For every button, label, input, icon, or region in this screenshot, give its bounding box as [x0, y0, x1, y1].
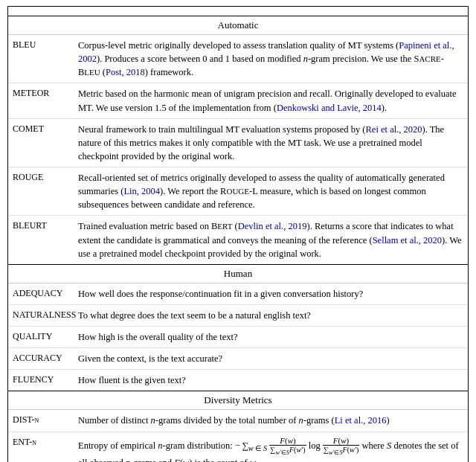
table-row: DIST-nNumber of distinct n-grams divided… [8, 410, 468, 431]
metric-description: Neural framework to train multilingual M… [75, 119, 468, 167]
metric-description: Metric based on the harmonic mean of uni… [75, 83, 468, 118]
section-automatic: Automatic [8, 16, 468, 35]
table-row: ADEQUACYHow well does the response/conti… [8, 283, 468, 305]
table-row: BLEURTTrained evaluation metric based on… [8, 216, 468, 263]
metric-label: QUALITY [8, 327, 75, 347]
table-row: ENT-nEntropy of empirical n-gram distrib… [8, 432, 468, 463]
metric-description: Given the context, is the text accurate? [75, 348, 468, 369]
quality-metrics-table: Automatic BLEUCorpus-level metric origin… [7, 6, 469, 462]
metric-label: ENT-n [8, 432, 75, 463]
metric-description: How well does the response/continuation … [75, 283, 468, 304]
table-row: NATURALNESSTo what degree does the text … [8, 305, 468, 327]
metric-label: FLUENCY [8, 370, 75, 391]
table-row: ACCURACYGiven the context, is the text a… [8, 348, 468, 370]
metric-label: ROUGE [8, 167, 75, 215]
metric-label: BLEURT [8, 216, 75, 263]
table-title [8, 7, 468, 16]
metric-label: BLEU [8, 35, 75, 83]
metric-label: METEOR [8, 83, 75, 118]
metric-description: Recall-oriented set of metrics originall… [75, 167, 468, 215]
table-row: ROUGERecall-oriented set of metrics orig… [8, 167, 468, 216]
metric-label: NATURALNESS [8, 305, 75, 326]
diversity-section: DIST-nNumber of distinct n-grams divided… [8, 410, 468, 462]
metric-description: Entropy of empirical n-gram distribution… [75, 432, 468, 463]
metric-description: To what degree does the text seem to be … [75, 305, 468, 326]
metric-description: How high is the overall quality of the t… [75, 327, 468, 347]
metric-label: DIST-n [8, 410, 75, 431]
metric-description: Trained evaluation metric based on BERT … [75, 216, 468, 263]
metric-description: Corpus-level metric originally developed… [75, 35, 468, 83]
table-row: FLUENCYHow fluent is the given text? [8, 370, 468, 391]
table-row: COMETNeural framework to train multiling… [8, 119, 468, 167]
human-section: ADEQUACYHow well does the response/conti… [8, 283, 468, 391]
section-diversity: Diversity Metrics [8, 391, 468, 410]
metric-label: COMET [8, 119, 75, 167]
metric-description: Number of distinct n-grams divided by th… [75, 410, 468, 431]
table-row: QUALITYHow high is the overall quality o… [8, 327, 468, 348]
automatic-section: BLEUCorpus-level metric originally devel… [8, 35, 468, 264]
table-row: METEORMetric based on the harmonic mean … [8, 83, 468, 118]
metric-description: How fluent is the given text? [75, 370, 468, 391]
table-row: BLEUCorpus-level metric originally devel… [8, 35, 468, 83]
metric-label: ACCURACY [8, 348, 75, 369]
section-human: Human [8, 264, 468, 283]
metric-label: ADEQUACY [8, 283, 75, 304]
